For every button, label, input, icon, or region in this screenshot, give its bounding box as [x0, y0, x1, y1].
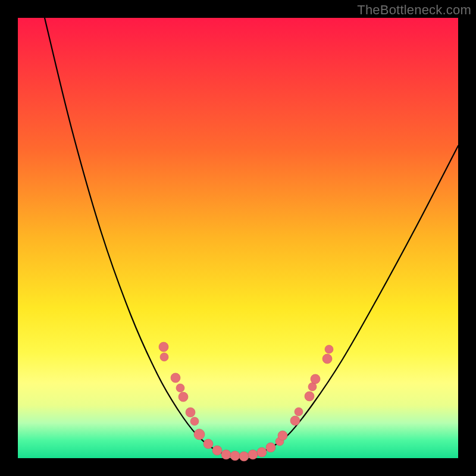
- data-marker: [176, 384, 184, 392]
- watermark-text: TheBottleneck.com: [357, 2, 471, 18]
- data-marker: [266, 443, 275, 452]
- bottleneck-curve-svg: [18, 18, 458, 458]
- marker-group: [159, 342, 333, 461]
- data-marker: [278, 431, 287, 440]
- chart-frame: TheBottleneck.com: [0, 0, 476, 476]
- data-marker: [311, 374, 320, 384]
- data-marker: [305, 392, 314, 401]
- data-marker: [190, 417, 199, 425]
- plot-area: [18, 18, 458, 458]
- data-marker: [322, 354, 332, 364]
- data-marker: [160, 353, 168, 361]
- data-marker: [194, 429, 205, 440]
- data-marker: [221, 450, 231, 459]
- data-marker: [290, 416, 300, 425]
- data-marker: [186, 408, 195, 417]
- data-marker: [230, 451, 240, 461]
- data-marker: [171, 373, 180, 383]
- data-marker: [239, 452, 249, 461]
- bottleneck-curve: [45, 18, 458, 458]
- data-marker: [257, 447, 267, 457]
- data-marker: [295, 408, 303, 416]
- data-marker: [325, 345, 333, 353]
- data-marker: [212, 446, 222, 455]
- data-marker: [203, 439, 213, 449]
- data-marker: [248, 450, 258, 459]
- data-marker: [178, 392, 188, 402]
- data-marker: [159, 342, 168, 352]
